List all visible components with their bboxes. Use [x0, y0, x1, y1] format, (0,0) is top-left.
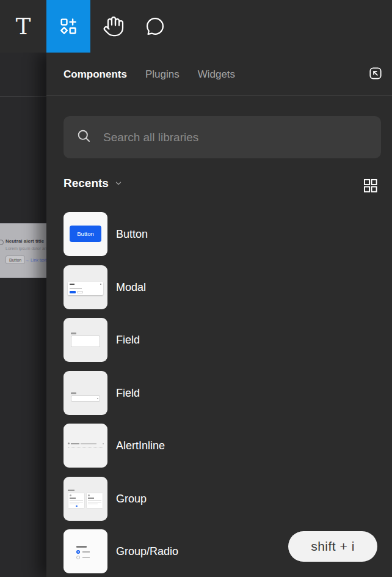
thumb-card-icon-dot	[88, 494, 90, 496]
thumb-group-card	[68, 493, 85, 509]
hand-tool-button[interactable]	[92, 0, 136, 53]
thumb-card-line	[88, 502, 101, 502]
grid-icon	[362, 177, 379, 196]
thumb-group-label-bar	[68, 490, 74, 491]
alert-card-link: → Link text	[25, 258, 46, 262]
thumb-alert-dotted-line	[68, 447, 103, 448]
canvas-frame-edge	[0, 96, 46, 97]
component-thumbnail-field[interactable]	[64, 371, 107, 415]
assets-panel-header: Components Plugins Widgets	[46, 53, 392, 96]
assets-panel: Components Plugins Widgets	[46, 53, 392, 577]
component-item-button[interactable]: Button Button	[64, 212, 392, 256]
thumb-alert-title-bar	[71, 443, 79, 444]
component-item-label: Group	[116, 477, 147, 521]
component-item-modal[interactable]: Modal	[64, 265, 392, 309]
thumb-alert-text-bar	[81, 443, 96, 444]
text-tool-button[interactable]: T	[1, 0, 45, 53]
thumb-field-label-bar	[71, 392, 76, 394]
panel-tabs: Components Plugins Widgets	[64, 53, 235, 96]
component-item-field-small[interactable]: Field	[64, 371, 392, 415]
component-item-group[interactable]: Group	[64, 477, 392, 521]
thumb-field-input	[71, 336, 100, 347]
component-thumbnail-group[interactable]	[64, 477, 107, 521]
component-thumbnail-button[interactable]: Button	[64, 212, 107, 256]
thumb-field-label-bar	[71, 333, 76, 334]
thumb-modal-primary-button	[70, 291, 76, 293]
grid-view-button[interactable]	[361, 178, 379, 195]
thumb-card-line	[88, 504, 98, 504]
tab-components[interactable]: Components	[64, 68, 127, 81]
thumb-alert-end-dot	[103, 443, 104, 444]
tab-plugins[interactable]: Plugins	[145, 68, 180, 81]
info-circle-icon	[0, 240, 4, 245]
alert-card-title: Neutral alert title	[5, 238, 44, 244]
component-item-field-large[interactable]: Field	[64, 318, 392, 362]
thumb-card-line	[88, 500, 101, 501]
thumb-button-mockup: Button	[70, 226, 101, 242]
component-thumbnail-group-radio[interactable]	[64, 529, 107, 573]
thumb-alert-icon-dot	[68, 443, 70, 444]
popout-button[interactable]	[368, 67, 383, 83]
thumb-radio-selected	[76, 550, 80, 554]
keyboard-shortcut-hint: shift + i	[288, 531, 377, 562]
component-thumbnail-alertinline[interactable]	[64, 424, 107, 468]
thumb-card-blue-dot	[76, 505, 78, 507]
thumb-field-input	[71, 395, 100, 402]
search-bar[interactable]	[64, 116, 381, 158]
thumb-button-text: Button	[77, 230, 93, 237]
top-toolbar: T	[0, 0, 392, 53]
component-item-alertinline[interactable]: AlertInline	[64, 424, 392, 468]
component-item-label: Group/Radio	[116, 529, 178, 573]
hand-icon	[103, 15, 125, 37]
canvas-area[interactable]: Neutral alert title Lorem ipsum dolor am…	[0, 53, 46, 577]
search-icon	[76, 128, 103, 147]
thumb-card-heading-bar	[88, 498, 94, 499]
thumb-group-card	[86, 493, 103, 509]
arrow-up-left-box-icon	[368, 65, 383, 84]
alert-card-button: Button	[5, 255, 25, 264]
thumb-card-heading-bar	[70, 498, 76, 499]
search-input[interactable]	[103, 131, 369, 144]
thumb-radio-group-label-bar	[76, 546, 87, 548]
component-item-label: Button	[116, 212, 148, 256]
assets-tool-button-active[interactable]	[46, 0, 90, 53]
figma-assets-panel-screen: Neutral alert title Lorem ipsum dolor am…	[0, 0, 392, 577]
assets-components-icon	[58, 16, 79, 37]
component-thumbnail-modal[interactable]	[64, 265, 107, 309]
alert-card-body: Lorem ipsum dolor amet consect	[5, 246, 46, 251]
thumb-radio-label-bar	[82, 557, 90, 558]
tab-widgets[interactable]: Widgets	[198, 68, 235, 81]
thumb-radio-label-bar	[82, 551, 90, 553]
thumb-modal-mockup	[68, 282, 103, 295]
recents-row: Recents	[64, 177, 381, 196]
thumb-field-affix-dot	[97, 398, 98, 399]
thumb-card-icon-dot	[70, 494, 71, 496]
component-item-label: Field	[116, 318, 140, 362]
thumb-modal-close-dot	[100, 284, 101, 285]
thumb-modal-title-bar	[70, 284, 74, 285]
canvas-alert-card[interactable]: Neutral alert title Lorem ipsum dolor am…	[0, 223, 46, 278]
recents-dropdown[interactable]: Recents	[64, 177, 123, 190]
component-item-label: Field	[116, 371, 140, 415]
recents-title: Recents	[64, 177, 109, 190]
component-thumbnail-field[interactable]	[64, 318, 107, 362]
thumb-modal-secondary-button	[77, 291, 83, 293]
thumb-radio-unselected	[76, 556, 80, 559]
text-tool-icon: T	[16, 13, 31, 40]
comment-tool-button[interactable]	[133, 0, 177, 53]
thumb-card-line	[70, 500, 83, 501]
thumb-card-line	[70, 504, 79, 504]
component-item-label: Modal	[116, 265, 146, 309]
header-divider	[46, 95, 392, 96]
thumb-modal-text-bar	[70, 288, 82, 289]
component-item-label: AlertInline	[116, 424, 165, 468]
thumb-card-line	[70, 502, 83, 502]
chevron-down-icon	[114, 179, 123, 190]
comment-bubble-icon	[144, 15, 166, 37]
